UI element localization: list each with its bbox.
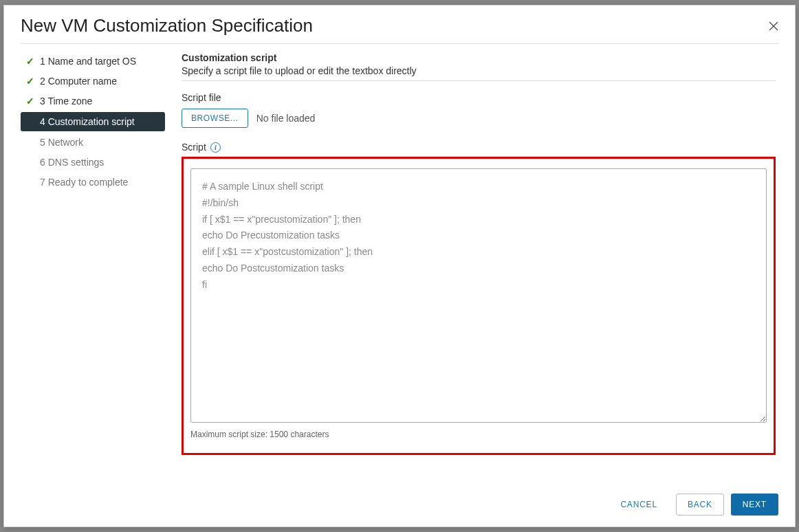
wizard-content: Customization script Specify a script fi… [165,52,778,483]
step-label: 5 Network [40,137,83,148]
check-icon: ✓ [26,56,36,67]
check-icon: ✓ [26,76,36,87]
wizard-steps-sidebar: ✓ 1 Name and target OS ✓ 2 Computer name… [21,52,165,483]
file-status: No file loaded [256,113,316,124]
modal-body: ✓ 1 Name and target OS ✓ 2 Computer name… [4,52,795,483]
modal-header: New VM Customization Specification [4,5,795,43]
step-computer-name[interactable]: ✓ 2 Computer name [21,72,165,90]
script-label-row: Script i [182,142,776,153]
script-file-label: Script file [182,92,776,103]
step-label: 1 Name and target OS [40,56,136,67]
step-customization-script[interactable]: 4 Customization script [21,112,165,131]
back-button[interactable]: BACK [676,494,724,516]
step-ready-to-complete[interactable]: 7 Ready to complete [21,173,165,191]
cancel-button[interactable]: CANCEL [609,494,668,516]
step-dns-settings[interactable]: 6 DNS settings [21,153,165,171]
modal-title: New VM Customization Specification [21,15,313,36]
header-divider [21,43,778,44]
section-subtitle: Specify a script file to upload or edit … [182,65,776,76]
script-label: Script [182,142,206,153]
script-textarea[interactable] [190,168,767,423]
info-icon[interactable]: i [210,142,221,153]
next-button[interactable]: NEXT [731,494,778,516]
step-network[interactable]: 5 Network [21,133,165,151]
step-time-zone[interactable]: ✓ 3 Time zone [21,92,165,110]
wizard-modal: New VM Customization Specification ✓ 1 N… [3,5,796,527]
step-label: 2 Computer name [40,76,117,87]
modal-footer: CANCEL BACK NEXT [4,483,795,527]
file-row: BROWSE... No file loaded [182,109,776,128]
section-divider [182,80,776,81]
browse-button[interactable]: BROWSE... [182,109,248,128]
step-label: 4 Customization script [40,116,135,127]
check-icon: ✓ [26,96,36,107]
step-label: 6 DNS settings [40,157,104,168]
script-highlight-box: Maximum script size: 1500 characters [182,157,776,455]
step-label: 7 Ready to complete [40,177,128,188]
section-title: Customization script [182,52,776,63]
step-name-and-target-os[interactable]: ✓ 1 Name and target OS [21,52,165,70]
script-max-note: Maximum script size: 1500 characters [190,430,767,439]
close-icon[interactable] [769,21,778,31]
step-label: 3 Time zone [40,96,92,107]
